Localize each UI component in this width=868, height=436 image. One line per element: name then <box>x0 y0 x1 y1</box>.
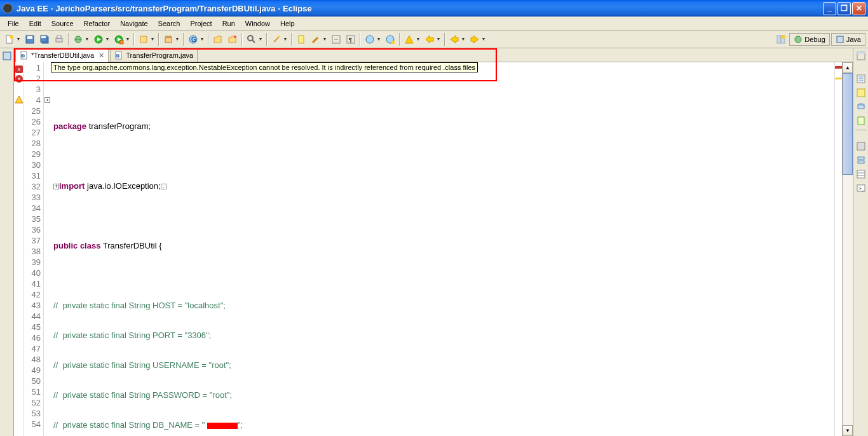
code-content[interactable]: The type org.apache.commons.lang.excepti… <box>51 62 834 436</box>
menu-project[interactable]: Project <box>185 18 217 29</box>
type-dropdown[interactable]: ▾ <box>201 36 206 42</box>
menu-refactor[interactable]: Refactor <box>79 18 116 29</box>
globe2-button[interactable] <box>383 32 397 46</box>
outline-icon[interactable] <box>856 74 866 84</box>
save-button[interactable] <box>23 32 37 46</box>
console-icon[interactable]: >_ <box>856 183 866 193</box>
svg-rect-34 <box>391 41 395 44</box>
nav1-button[interactable] <box>402 32 416 46</box>
svg-rect-16 <box>140 36 147 43</box>
saveall-button[interactable] <box>37 32 51 46</box>
servers-icon[interactable] <box>856 155 866 165</box>
error-marker-icon[interactable]: × <box>15 65 24 74</box>
runlast-button[interactable] <box>112 32 126 46</box>
data-icon[interactable] <box>856 102 866 112</box>
globe1-button[interactable] <box>363 32 377 46</box>
nav2-dropdown[interactable]: ▾ <box>437 36 442 42</box>
svg-text:¶: ¶ <box>349 37 352 43</box>
pencil-button[interactable] <box>309 32 323 46</box>
toggle-a-button[interactable] <box>329 32 343 46</box>
menu-source[interactable]: Source <box>46 18 79 29</box>
search-button[interactable] <box>245 32 259 46</box>
debug-button[interactable] <box>71 32 85 46</box>
svg-point-1 <box>10 35 13 39</box>
svg-marker-38 <box>471 36 478 43</box>
perspective-java[interactable]: Java <box>831 33 865 46</box>
back-button[interactable] <box>447 32 461 46</box>
package-button[interactable] <box>161 32 175 46</box>
scroll-thumb[interactable] <box>843 73 853 175</box>
java-file-icon: J <box>20 51 29 60</box>
menu-window[interactable]: Window <box>240 18 275 29</box>
open2-button[interactable] <box>226 32 240 46</box>
window-titlebar: Java EE - JerichoParsers/src/transferPro… <box>0 0 868 17</box>
new-button[interactable] <box>3 32 17 46</box>
overview-ruler[interactable] <box>834 62 842 436</box>
minimize-button[interactable]: _ <box>823 2 836 15</box>
svg-rect-3 <box>27 36 32 39</box>
menu-help[interactable]: Help <box>275 18 300 29</box>
restore-icon[interactable] <box>856 51 866 61</box>
right-trim: >_ <box>853 48 868 436</box>
error-marker-icon[interactable]: × <box>15 74 24 83</box>
java-file-icon: J <box>114 51 123 60</box>
nav1-dropdown[interactable]: ▾ <box>417 36 422 42</box>
wand-button[interactable] <box>269 32 283 46</box>
runlast-dropdown[interactable]: ▾ <box>126 36 132 42</box>
snippets-icon[interactable] <box>856 116 866 126</box>
menu-file[interactable]: File <box>3 18 24 29</box>
menu-navigate[interactable]: Navigate <box>115 18 153 29</box>
perspective-debug[interactable]: Debug <box>789 33 829 46</box>
svg-rect-69 <box>857 170 865 178</box>
tab-transferdbutil[interactable]: J *TransferDBUtil.java ✕ <box>15 48 109 62</box>
task-icon[interactable] <box>856 88 866 98</box>
markers-icon[interactable] <box>856 141 866 151</box>
globe1-dropdown[interactable]: ▾ <box>377 36 383 42</box>
svg-rect-8 <box>57 36 61 38</box>
left-trim <box>0 48 14 436</box>
svg-text:×: × <box>17 66 21 73</box>
svg-rect-15 <box>120 41 123 44</box>
back-dropdown[interactable]: ▾ <box>462 36 467 42</box>
type-button[interactable]: G <box>186 32 200 46</box>
open-perspective-button[interactable] <box>774 32 788 46</box>
new-server-dropdown[interactable]: ▾ <box>151 36 156 42</box>
vertical-scrollbar[interactable]: ▲ ▼ <box>842 62 853 436</box>
maximize-button[interactable]: ❐ <box>837 2 851 15</box>
toggle-b-button[interactable]: ¶ <box>344 32 358 46</box>
properties-icon[interactable] <box>856 169 866 179</box>
code-editor[interactable]: × × 123425262728293031323334353637383940… <box>14 62 853 436</box>
scroll-down-button[interactable]: ▼ <box>843 425 853 436</box>
fold-icon[interactable]: + <box>53 184 59 189</box>
nav2-button[interactable] <box>423 32 437 46</box>
pencil-dropdown[interactable]: ▾ <box>323 36 329 42</box>
mark-button[interactable] <box>294 32 308 46</box>
tab-close-1[interactable]: ✕ <box>98 51 104 60</box>
forward-button[interactable] <box>468 32 482 46</box>
svg-rect-18 <box>166 36 171 37</box>
search-dropdown[interactable]: ▾ <box>259 36 264 42</box>
close-button[interactable]: ✕ <box>852 2 865 15</box>
new-dropdown[interactable]: ▾ <box>17 36 22 42</box>
package-dropdown[interactable]: ▾ <box>176 36 181 42</box>
open-button[interactable] <box>211 32 225 46</box>
menubar: File Edit Source Refactor Navigate Searc… <box>0 17 868 31</box>
menu-search[interactable]: Search <box>153 18 186 29</box>
run-button[interactable] <box>92 32 105 46</box>
wand-dropdown[interactable]: ▾ <box>284 36 289 42</box>
tab-transferprogram[interactable]: J TransferProgram.java <box>110 48 198 62</box>
scroll-up-button[interactable]: ▲ <box>843 62 853 73</box>
forward-dropdown[interactable]: ▾ <box>482 36 487 42</box>
new-server-button[interactable] <box>137 32 151 46</box>
fold-expand-icon[interactable]: + <box>44 97 50 103</box>
debug-dropdown[interactable]: ▾ <box>86 36 91 42</box>
print-button[interactable] <box>52 32 66 46</box>
menu-edit[interactable]: Edit <box>24 18 46 29</box>
fold-column: + <box>43 62 51 436</box>
project-explorer-icon[interactable] <box>2 51 12 61</box>
run-dropdown[interactable]: ▾ <box>106 36 111 42</box>
perspective-java-label: Java <box>846 36 861 43</box>
svg-rect-44 <box>3 52 11 60</box>
menu-run[interactable]: Run <box>217 18 240 29</box>
warning-marker-icon[interactable] <box>15 95 24 104</box>
